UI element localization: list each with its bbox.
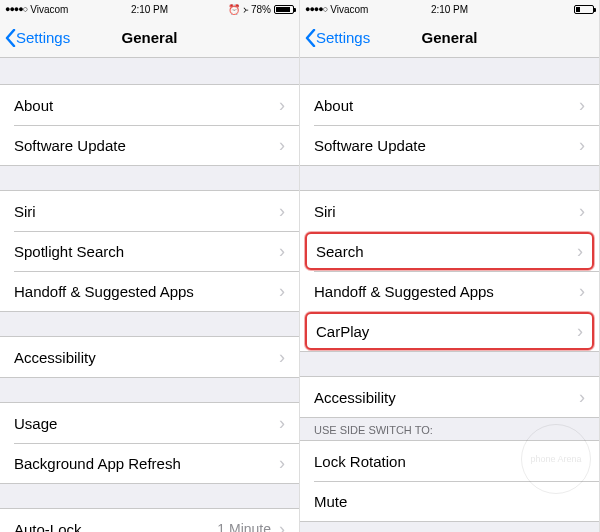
clock: 2:10 PM xyxy=(431,4,468,15)
settings-list[interactable]: About › Software Update › Siri › Spotlig… xyxy=(0,58,299,532)
row-label: Siri xyxy=(314,203,579,220)
group-header: USE SIDE SWITCH TO: xyxy=(300,418,599,440)
chevron-right-icon: › xyxy=(579,387,585,408)
row-accessibility[interactable]: Accessibility › xyxy=(0,337,299,377)
row-label: Accessibility xyxy=(314,389,579,406)
row-about[interactable]: About › xyxy=(300,85,599,125)
row-mute[interactable]: Mute xyxy=(300,481,599,521)
row-label: Handoff & Suggested Apps xyxy=(14,283,279,300)
back-button[interactable]: Settings xyxy=(300,28,370,48)
chevron-left-icon xyxy=(4,28,16,48)
row-label: Siri xyxy=(14,203,279,220)
page-title: General xyxy=(422,29,478,46)
row-auto-lock[interactable]: Auto-Lock 1 Minute › xyxy=(0,509,299,532)
carrier-label: Vivacom xyxy=(30,4,68,15)
row-label: Spotlight Search xyxy=(14,243,279,260)
chevron-right-icon: › xyxy=(279,413,285,434)
settings-group: Usage › Background App Refresh › xyxy=(0,402,299,484)
settings-group: Accessibility › xyxy=(300,376,599,418)
chevron-right-icon: › xyxy=(279,347,285,368)
signal-strength-icon: ●●●●○ xyxy=(5,4,27,14)
settings-group: About › Software Update › xyxy=(0,84,299,166)
chevron-left-icon xyxy=(304,28,316,48)
navbar: Settings General xyxy=(300,18,599,58)
row-about[interactable]: About › xyxy=(0,85,299,125)
chevron-right-icon: › xyxy=(279,95,285,116)
row-label: Mute xyxy=(314,493,585,510)
signal-strength-icon: ●●●●○ xyxy=(305,4,327,14)
row-search[interactable]: Search › xyxy=(305,232,594,270)
chevron-right-icon: › xyxy=(577,241,583,262)
row-siri[interactable]: Siri › xyxy=(0,191,299,231)
chevron-right-icon: › xyxy=(279,135,285,156)
chevron-right-icon: › xyxy=(279,201,285,222)
alarm-icon: ⏰ xyxy=(228,4,240,15)
row-label: About xyxy=(314,97,579,114)
row-label: CarPlay xyxy=(316,323,577,340)
chevron-right-icon: › xyxy=(579,281,585,302)
left-screenshot: ●●●●○ Vivacom 2:10 PM ⏰ ᚛ 78% Settings G… xyxy=(0,0,300,532)
right-screenshot: ●●●●○ Vivacom 2:10 PM Settings General A… xyxy=(300,0,600,532)
row-label: Background App Refresh xyxy=(14,455,279,472)
chevron-right-icon: › xyxy=(579,95,585,116)
back-label: Settings xyxy=(316,29,370,46)
battery-percent: 78% xyxy=(251,4,271,15)
row-carplay[interactable]: CarPlay › xyxy=(305,312,594,350)
page-title: General xyxy=(122,29,178,46)
chevron-right-icon: › xyxy=(279,241,285,262)
chevron-right-icon: › xyxy=(279,453,285,474)
row-usage[interactable]: Usage › xyxy=(0,403,299,443)
row-background-app-refresh[interactable]: Background App Refresh › xyxy=(0,443,299,483)
row-spotlight-search[interactable]: Spotlight Search › xyxy=(0,231,299,271)
row-software-update[interactable]: Software Update › xyxy=(0,125,299,165)
row-handoff[interactable]: Handoff & Suggested Apps › xyxy=(0,271,299,311)
chevron-right-icon: › xyxy=(577,321,583,342)
bluetooth-icon: ᚛ xyxy=(243,4,248,15)
chevron-right-icon: › xyxy=(579,201,585,222)
settings-group: About › Software Update › xyxy=(300,84,599,166)
battery-icon xyxy=(274,5,294,14)
row-label: Software Update xyxy=(314,137,579,154)
settings-list[interactable]: About › Software Update › Siri › Search … xyxy=(300,58,599,532)
row-label: Software Update xyxy=(14,137,279,154)
chevron-right-icon: › xyxy=(279,281,285,302)
carrier-label: Vivacom xyxy=(330,4,368,15)
row-siri[interactable]: Siri › xyxy=(300,191,599,231)
back-label: Settings xyxy=(16,29,70,46)
settings-group: Siri › Spotlight Search › Handoff & Sugg… xyxy=(0,190,299,312)
settings-group: Lock Rotation Mute xyxy=(300,440,599,522)
back-button[interactable]: Settings xyxy=(0,28,70,48)
row-label: Lock Rotation xyxy=(314,453,585,470)
row-lock-rotation[interactable]: Lock Rotation xyxy=(300,441,599,481)
status-bar: ●●●●○ Vivacom 2:10 PM ⏰ ᚛ 78% xyxy=(0,0,299,18)
battery-icon xyxy=(574,5,594,14)
row-label: Usage xyxy=(14,415,279,432)
row-software-update[interactable]: Software Update › xyxy=(300,125,599,165)
clock: 2:10 PM xyxy=(131,4,168,15)
settings-group: Siri › Search › Handoff & Suggested Apps… xyxy=(300,190,599,352)
chevron-right-icon: › xyxy=(279,519,285,533)
navbar: Settings General xyxy=(0,18,299,58)
row-label: Handoff & Suggested Apps xyxy=(314,283,579,300)
row-label: About xyxy=(14,97,279,114)
row-label: Search xyxy=(316,243,577,260)
status-bar: ●●●●○ Vivacom 2:10 PM xyxy=(300,0,599,18)
row-label: Accessibility xyxy=(14,349,279,366)
row-detail: 1 Minute xyxy=(217,521,271,532)
settings-group: Auto-Lock 1 Minute › Restrictions Off › xyxy=(0,508,299,532)
chevron-right-icon: › xyxy=(579,135,585,156)
settings-group: Accessibility › xyxy=(0,336,299,378)
row-label: Auto-Lock xyxy=(14,521,217,533)
row-accessibility[interactable]: Accessibility › xyxy=(300,377,599,417)
row-handoff[interactable]: Handoff & Suggested Apps › xyxy=(300,271,599,311)
